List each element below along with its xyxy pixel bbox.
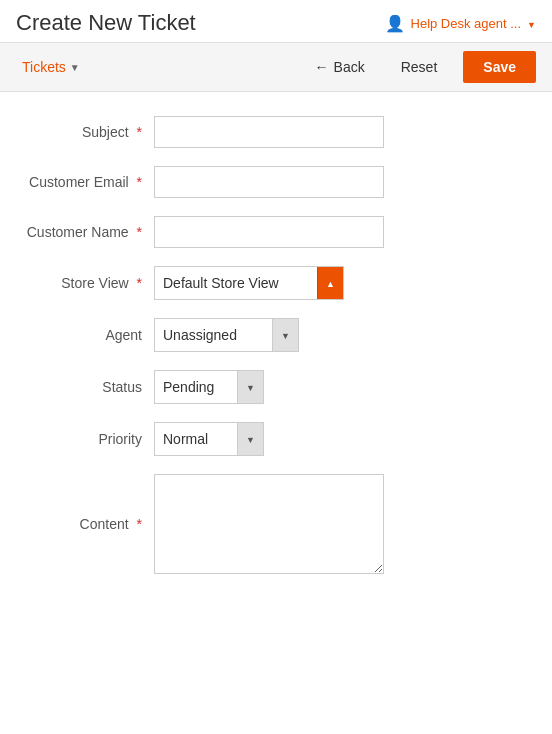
priority-select[interactable]: Normal Low High Urgent bbox=[155, 423, 237, 455]
content-required: * bbox=[137, 516, 142, 532]
agent-toggle-button[interactable] bbox=[272, 319, 298, 351]
page-header: Create New Ticket 👤 Help Desk agent ... bbox=[0, 0, 552, 43]
tickets-dropdown[interactable]: Tickets ▼ bbox=[16, 55, 86, 79]
content-textarea[interactable] bbox=[154, 474, 384, 574]
tickets-chevron-icon: ▼ bbox=[70, 62, 80, 73]
content-label: Content * bbox=[24, 516, 154, 532]
subject-required: * bbox=[137, 124, 142, 140]
store-view-row: Store View * Default Store View bbox=[24, 266, 528, 300]
store-view-toggle-button[interactable] bbox=[317, 267, 343, 299]
priority-wrapper: Normal Low High Urgent bbox=[154, 422, 264, 456]
back-label: Back bbox=[334, 59, 365, 75]
customer-email-input[interactable] bbox=[154, 166, 384, 198]
customer-name-required: * bbox=[137, 224, 142, 240]
user-menu[interactable]: 👤 Help Desk agent ... bbox=[385, 14, 536, 33]
agent-label: Agent bbox=[24, 327, 154, 343]
store-view-select[interactable]: Default Store View bbox=[155, 267, 317, 299]
agent-wrapper: Unassigned bbox=[154, 318, 299, 352]
tickets-label: Tickets bbox=[22, 59, 66, 75]
status-arrow-icon bbox=[246, 381, 255, 393]
status-label: Status bbox=[24, 379, 154, 395]
page-title: Create New Ticket bbox=[16, 10, 196, 36]
priority-label: Priority bbox=[24, 431, 154, 447]
subject-label: Subject * bbox=[24, 124, 154, 140]
customer-name-row: Customer Name * bbox=[24, 216, 528, 248]
user-dropdown-icon bbox=[527, 16, 536, 31]
customer-name-input[interactable] bbox=[154, 216, 384, 248]
customer-email-row: Customer Email * bbox=[24, 166, 528, 198]
agent-select[interactable]: Unassigned bbox=[155, 319, 272, 351]
agent-arrow-icon bbox=[281, 329, 290, 341]
form-container: Subject * Customer Email * Customer Name… bbox=[0, 92, 552, 616]
back-arrow-icon: ← bbox=[315, 59, 329, 75]
priority-arrow-icon bbox=[246, 433, 255, 445]
content-row: Content * bbox=[24, 474, 528, 574]
status-toggle-button[interactable] bbox=[237, 371, 263, 403]
toolbar: Tickets ▼ ← Back Reset Save bbox=[0, 43, 552, 92]
reset-button[interactable]: Reset bbox=[391, 53, 448, 81]
subject-row: Subject * bbox=[24, 116, 528, 148]
status-row: Status Pending Open Closed bbox=[24, 370, 528, 404]
subject-input[interactable] bbox=[154, 116, 384, 148]
user-icon: 👤 bbox=[385, 14, 405, 33]
agent-row: Agent Unassigned bbox=[24, 318, 528, 352]
customer-email-required: * bbox=[137, 174, 142, 190]
save-button[interactable]: Save bbox=[463, 51, 536, 83]
back-button[interactable]: ← Back bbox=[305, 53, 375, 81]
status-select[interactable]: Pending Open Closed bbox=[155, 371, 237, 403]
store-view-arrow-icon bbox=[326, 277, 335, 289]
store-view-wrapper: Default Store View bbox=[154, 266, 344, 300]
store-view-label: Store View * bbox=[24, 275, 154, 291]
store-view-required: * bbox=[137, 275, 142, 291]
customer-email-label: Customer Email * bbox=[24, 174, 154, 190]
status-wrapper: Pending Open Closed bbox=[154, 370, 264, 404]
customer-name-label: Customer Name * bbox=[24, 224, 154, 240]
user-label: Help Desk agent ... bbox=[411, 16, 522, 31]
priority-row: Priority Normal Low High Urgent bbox=[24, 422, 528, 456]
priority-toggle-button[interactable] bbox=[237, 423, 263, 455]
